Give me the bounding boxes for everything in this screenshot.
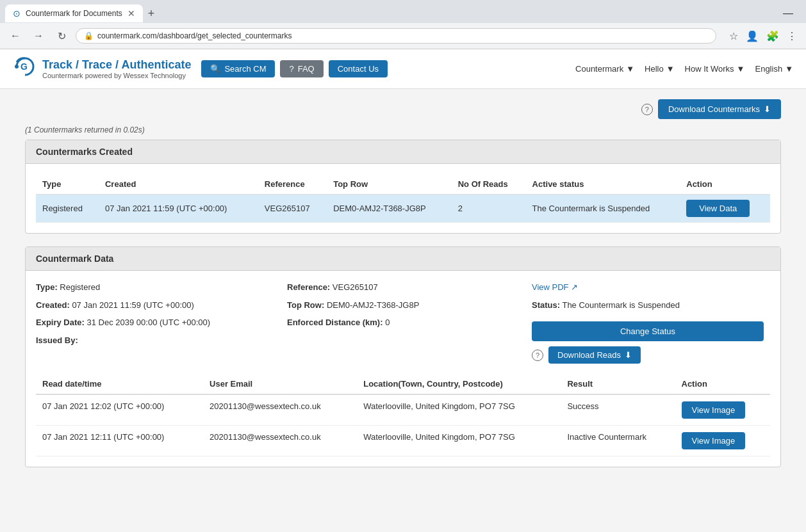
reads-cell-location: Waterlooville, United Kingdom, PO7 7SG bbox=[357, 426, 561, 456]
download-countermarks-button[interactable]: Download Countermarks ⬇ bbox=[658, 99, 781, 119]
section2-header: Countermark Data bbox=[26, 247, 780, 271]
download-reads-help-icon[interactable]: ? bbox=[532, 350, 543, 361]
reads-col-datetime: Read date/time bbox=[36, 374, 203, 394]
status-field: Status: The Countermark is Suspended bbox=[532, 299, 764, 312]
browser-tab[interactable]: ⊙ Countermark for Documents ✕ bbox=[5, 4, 143, 22]
menu-how-it-works[interactable]: How It Works ▼ bbox=[685, 64, 745, 74]
menu-hello[interactable]: Hello ▼ bbox=[645, 64, 675, 74]
main-content: ? Download Countermarks ⬇ (1 Countermark… bbox=[12, 89, 794, 490]
tab-favicon: ⊙ bbox=[13, 8, 21, 19]
download-icon: ⬇ bbox=[764, 104, 771, 114]
expiry-value: 31 Dec 2039 00:00 (UTC +00:00) bbox=[87, 318, 211, 327]
col-top-row: Top Row bbox=[327, 174, 451, 195]
menu-countermark[interactable]: Countermark ▼ bbox=[575, 64, 634, 74]
change-status-button[interactable]: Change Status bbox=[532, 321, 764, 341]
view-pdf-field: View PDF ↗ bbox=[532, 281, 764, 294]
result-info: (1 Countermarks returned in 0.02s) bbox=[25, 125, 781, 134]
download-cm-help-icon[interactable]: ? bbox=[641, 104, 653, 115]
reads-cell-email: 20201130@wessextech.co.uk bbox=[203, 426, 357, 456]
new-tab-button[interactable]: + bbox=[143, 7, 160, 20]
top-row-field: Top Row: DEM0-AMJ2-T368-JG8P bbox=[287, 299, 519, 312]
reads-cell-result: Inactive Countermark bbox=[561, 426, 675, 456]
back-button[interactable]: ← bbox=[6, 27, 24, 45]
bookmark-icon[interactable]: ☆ bbox=[727, 28, 741, 45]
reads-col-result: Result bbox=[561, 374, 675, 394]
reads-table-body: 07 Jan 2021 12:02 (UTC +00:00) 20201130@… bbox=[36, 394, 770, 456]
col-created: Created bbox=[99, 174, 258, 195]
reads-col-location: Location(Town, Country, Postcode) bbox=[357, 374, 561, 394]
reads-cell-datetime: 07 Jan 2021 12:02 (UTC +00:00) bbox=[36, 394, 203, 426]
download-cm-row: ? Download Countermarks ⬇ bbox=[25, 99, 781, 119]
chevron-down-icon-4: ▼ bbox=[785, 64, 793, 74]
external-link-icon: ↗ bbox=[571, 282, 578, 292]
reference-label: Reference: bbox=[287, 282, 330, 292]
expiry-field: Expiry Date: 31 Dec 2039 00:00 (UTC +00:… bbox=[36, 316, 274, 329]
contact-button[interactable]: Contact Us bbox=[329, 60, 388, 77]
expiry-label: Expiry Date: bbox=[36, 318, 85, 327]
col-action: Action bbox=[680, 174, 770, 195]
chevron-down-icon-2: ▼ bbox=[666, 64, 675, 74]
forward-button[interactable]: → bbox=[29, 27, 47, 45]
download-reads-row: ? Download Reads ⬇ bbox=[532, 346, 764, 364]
status-label: Status: bbox=[532, 300, 560, 310]
profile-icon[interactable]: 👤 bbox=[743, 28, 761, 45]
view-data-button[interactable]: View Data bbox=[686, 200, 750, 217]
reference-value: VEG265107 bbox=[333, 282, 378, 292]
cell-active-status: The Countermark is Suspended bbox=[526, 195, 680, 223]
tab-close-icon[interactable]: ✕ bbox=[127, 8, 135, 19]
minimize-icon[interactable]: — bbox=[775, 8, 801, 19]
reads-cell-email: 20201130@wessextech.co.uk bbox=[203, 394, 357, 426]
search-icon: 🔍 bbox=[210, 64, 220, 74]
type-label: Type: bbox=[36, 282, 58, 292]
reads-table: Read date/time User Email Location(Town,… bbox=[36, 374, 770, 456]
download-reads-icon: ⬇ bbox=[625, 350, 632, 360]
svg-point-0 bbox=[15, 65, 19, 69]
reads-table-head: Read date/time User Email Location(Town,… bbox=[36, 374, 770, 394]
logo-subtitle: Countermark powered by Wessex Technology bbox=[42, 72, 191, 79]
cm-data-grid: Type: Registered Created: 07 Jan 2021 11… bbox=[36, 281, 770, 364]
cell-type: Registered bbox=[36, 195, 99, 223]
cm-col-3: View PDF ↗ Status: The Countermark is Su… bbox=[525, 281, 770, 364]
logo-area: G Track / Trace / Authenticate Counterma… bbox=[13, 54, 191, 83]
type-field: Type: Registered bbox=[36, 281, 274, 294]
reload-button[interactable]: ↻ bbox=[53, 27, 70, 45]
countermarks-table: Type Created Reference Top Row No Of Rea… bbox=[36, 174, 770, 223]
extensions-icon[interactable]: 🧩 bbox=[764, 28, 782, 45]
search-cm-button[interactable]: 🔍 Search CM bbox=[201, 60, 275, 77]
logo-title: Track / Trace / Authenticate bbox=[42, 58, 191, 72]
table1-body: Registered 07 Jan 2021 11:59 (UTC +00:00… bbox=[36, 195, 770, 223]
view-pdf-link[interactable]: View PDF ↗ bbox=[532, 282, 578, 292]
reads-row: 07 Jan 2021 12:11 (UTC +00:00) 20201130@… bbox=[36, 426, 770, 456]
enforced-label: Enforced Distance (km): bbox=[287, 318, 383, 327]
cell-created: 07 Jan 2021 11:59 (UTC +00:00) bbox=[99, 195, 258, 223]
reads-cell-datetime: 07 Jan 2021 12:11 (UTC +00:00) bbox=[36, 426, 203, 456]
help-circle-icon: ? bbox=[289, 64, 293, 74]
reads-cell-location: Waterlooville, United Kingdom, PO7 7SG bbox=[357, 394, 561, 426]
enforced-value: 0 bbox=[385, 318, 390, 327]
col-type: Type bbox=[36, 174, 99, 195]
download-reads-button[interactable]: Download Reads ⬇ bbox=[548, 346, 641, 364]
reads-cell-action: View Image bbox=[675, 394, 771, 426]
table-row: Registered 07 Jan 2021 11:59 (UTC +00:00… bbox=[36, 195, 770, 223]
cell-top-row: DEM0-AMJ2-T368-JG8P bbox=[327, 195, 451, 223]
col-no-of-reads: No Of Reads bbox=[452, 174, 526, 195]
type-value: Registered bbox=[60, 282, 100, 292]
logo-text: Track / Trace / Authenticate Countermark… bbox=[42, 58, 191, 79]
menu-language[interactable]: English ▼ bbox=[755, 64, 793, 74]
issued-label: Issued By: bbox=[36, 335, 78, 345]
top-row-value: DEM0-AMJ2-T368-JG8P bbox=[327, 300, 419, 310]
logo-icon: G bbox=[13, 54, 37, 83]
faq-button[interactable]: ? FAQ bbox=[280, 60, 323, 77]
address-bar[interactable]: 🔒 countermark.com/dashboard/get_selected… bbox=[76, 28, 716, 44]
issued-field: Issued By: bbox=[36, 334, 274, 347]
created-value: 07 Jan 2021 11:59 (UTC +00:00) bbox=[72, 300, 193, 310]
url-text: countermark.com/dashboard/get_selected_c… bbox=[97, 31, 292, 40]
countermarks-created-section: Countermarks Created Type Created Refere… bbox=[25, 140, 781, 234]
svg-text:G: G bbox=[21, 61, 28, 72]
view-image-button[interactable]: View Image bbox=[682, 401, 746, 419]
cm-col-2: Reference: VEG265107 Top Row: DEM0-AMJ2-… bbox=[281, 281, 525, 364]
app-header: G Track / Trace / Authenticate Counterma… bbox=[0, 49, 806, 89]
status-value: The Countermark is Suspended bbox=[562, 300, 680, 310]
settings-icon[interactable]: ⋮ bbox=[784, 28, 800, 45]
view-image-button[interactable]: View Image bbox=[682, 432, 746, 449]
